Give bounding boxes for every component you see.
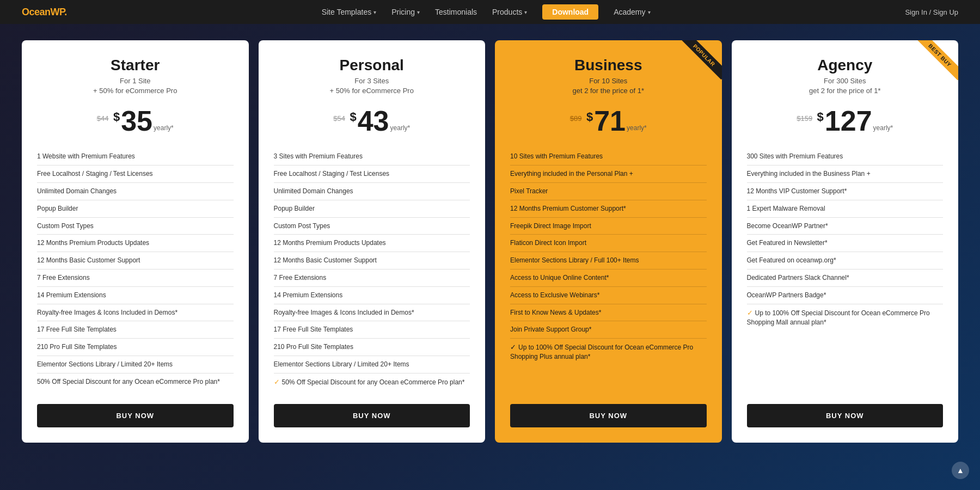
- price-old: $89: [570, 114, 582, 122]
- price-old: $54: [333, 114, 345, 122]
- feature-item: 12 Months Premium Products Updates: [37, 235, 234, 252]
- feature-item: Unlimited Domain Changes: [274, 183, 470, 200]
- feature-item: Get Featured on oceanwp.org*: [747, 252, 944, 270]
- features-list: 3 Sites with Premium FeaturesFree Localh…: [274, 148, 470, 391]
- feature-item: Freepik Direct Image Import: [510, 218, 707, 235]
- pricing-card-personal: Personal For 3 Sites+ 50% for eCommerce …: [259, 40, 486, 443]
- chevron-down-icon: ▾: [648, 9, 651, 15]
- price-area: $44 $ 35 yearly*: [37, 107, 234, 135]
- feature-item: 1 Expert Malware Removal: [747, 200, 944, 218]
- feature-item: Free Localhost / Staging / Test Licenses: [37, 166, 234, 183]
- feature-item: Elementor Sections Library / Limited 20+…: [274, 356, 470, 373]
- feature-item: Popup Builder: [37, 200, 234, 218]
- badge-label: BEST BUY: [915, 40, 958, 80]
- price-area: $159 $ 127 yearly*: [747, 107, 944, 135]
- badge-business: POPULAR: [673, 40, 722, 89]
- download-button[interactable]: Download: [542, 4, 598, 20]
- feature-item: Everything included in the Business Plan…: [747, 166, 944, 183]
- feature-item: 50% Off Special Discount for any Ocean e…: [37, 373, 234, 390]
- nav-academy[interactable]: Academy ▾: [614, 8, 650, 16]
- auth-link[interactable]: Sign In / Sign Up: [905, 8, 958, 16]
- buy-button-business[interactable]: BUY NOW: [510, 404, 707, 427]
- feature-item: Everything included in the Personal Plan…: [510, 166, 707, 183]
- feature-item: Access to Unique Online Content*: [510, 270, 707, 287]
- pricing-card-starter: Starter For 1 Site+ 50% for eCommerce Pr…: [22, 40, 249, 443]
- price-old: $44: [97, 114, 109, 122]
- logo: OceanWP.: [22, 7, 67, 18]
- scroll-to-top[interactable]: ▲: [952, 462, 969, 479]
- navbar: OceanWP. Site Templates ▾ Pricing ▾ Test…: [0, 0, 980, 24]
- logo-text: OceanWP.: [22, 7, 67, 17]
- price-current: $ 71 yearly*: [586, 107, 647, 135]
- buy-button-agency[interactable]: BUY NOW: [747, 404, 944, 427]
- feature-item: 12 Months Basic Customer Support: [274, 252, 470, 270]
- feature-item: Royalty-free Images & Icons Included in …: [37, 304, 234, 322]
- price-dollar-sign: $: [817, 110, 824, 124]
- feature-item: 300 Sites with Premium Features: [747, 148, 944, 166]
- nav-center: Site Templates ▾ Pricing ▾ Testimonials …: [322, 4, 651, 20]
- features-list: 300 Sites with Premium FeaturesEverythin…: [747, 148, 944, 391]
- badge-label: POPULAR: [679, 40, 721, 80]
- nav-pricing[interactable]: Pricing ▾: [391, 8, 420, 16]
- feature-item: Popup Builder: [274, 200, 470, 218]
- price-period: yearly*: [627, 124, 647, 132]
- feature-item: Dedicated Partners Slack Channel*: [747, 270, 944, 287]
- nav-testimonials[interactable]: Testimonials: [435, 8, 477, 16]
- feature-item: ✓Up to 100% Off Special Discount for Oce…: [510, 339, 707, 365]
- nav-products[interactable]: Products ▾: [492, 8, 527, 16]
- price-current: $ 43 yearly*: [350, 107, 410, 135]
- price-current: $ 35 yearly*: [113, 107, 174, 135]
- feature-item: Get Featured in Newsletter*: [747, 235, 944, 252]
- buy-button-personal[interactable]: BUY NOW: [274, 404, 470, 427]
- feature-item: Access to Exclusive Webinars*: [510, 287, 707, 304]
- feature-item: 7 Free Extensions: [37, 270, 234, 287]
- plan-subtitle: For 3 Sites+ 50% for eCommerce Pro: [274, 76, 470, 96]
- feature-item: 17 Free Full Site Templates: [274, 321, 470, 339]
- price-dollar-sign: $: [350, 110, 356, 124]
- price-period: yearly*: [154, 124, 174, 132]
- feature-item: OceanWP Partners Badge*: [747, 287, 944, 304]
- feature-item: 210 Pro Full Site Templates: [274, 339, 470, 356]
- check-icon: ✓: [747, 309, 753, 317]
- feature-item: Join Private Support Group*: [510, 321, 707, 339]
- plan-title: Starter: [37, 57, 234, 74]
- feature-item: Custom Post Types: [274, 218, 470, 235]
- chevron-down-icon: ▾: [417, 9, 420, 15]
- feature-item: 14 Premium Extensions: [37, 287, 234, 304]
- pricing-card-agency: BEST BUY Agency For 300 Sitesget 2 for t…: [732, 40, 959, 443]
- feature-item: 7 Free Extensions: [274, 270, 470, 287]
- feature-item: 12 Months Basic Customer Support: [37, 252, 234, 270]
- feature-item: Free Localhost / Staging / Test Licenses: [274, 166, 470, 183]
- price-number: 43: [358, 107, 389, 135]
- feature-item: ✓50% Off Special Discount for any Ocean …: [274, 373, 470, 391]
- badge-agency: BEST BUY: [909, 40, 958, 89]
- feature-item: Flaticon Direct Icon Import: [510, 235, 707, 252]
- feature-item: 10 Sites with Premium Features: [510, 148, 707, 166]
- features-list: 10 Sites with Premium FeaturesEverything…: [510, 148, 707, 391]
- features-list: 1 Website with Premium FeaturesFree Loca…: [37, 148, 234, 391]
- feature-item: 12 Months Premium Customer Support*: [510, 200, 707, 218]
- feature-item: Unlimited Domain Changes: [37, 183, 234, 200]
- buy-button-starter[interactable]: BUY NOW: [37, 404, 234, 427]
- feature-item: 17 Free Full Site Templates: [37, 321, 234, 339]
- price-current: $ 127 yearly*: [817, 107, 893, 135]
- feature-item: Elementor Sections Library / Limited 20+…: [37, 356, 234, 373]
- feature-item: Custom Post Types: [37, 218, 234, 235]
- nav-site-templates[interactable]: Site Templates ▾: [322, 8, 377, 16]
- plan-title: Personal: [274, 57, 470, 74]
- feature-item: 12 Months VIP Customer Support*: [747, 183, 944, 200]
- pricing-card-business: POPULAR Business For 10 Sitesget 2 for t…: [495, 40, 722, 443]
- price-area: $89 $ 71 yearly*: [510, 107, 707, 135]
- check-icon: ✓: [274, 378, 280, 386]
- feature-item: 14 Premium Extensions: [274, 287, 470, 304]
- feature-item: Pixel Tracker: [510, 183, 707, 200]
- feature-item: 3 Sites with Premium Features: [274, 148, 470, 166]
- price-dollar-sign: $: [113, 110, 120, 124]
- price-number: 127: [825, 107, 872, 135]
- price-period: yearly*: [873, 124, 893, 132]
- price-dollar-sign: $: [586, 110, 593, 124]
- price-area: $54 $ 43 yearly*: [274, 107, 470, 135]
- check-icon: ✓: [510, 343, 516, 351]
- chevron-down-icon: ▾: [373, 9, 376, 15]
- feature-item: Become OceanWP Partner*: [747, 218, 944, 235]
